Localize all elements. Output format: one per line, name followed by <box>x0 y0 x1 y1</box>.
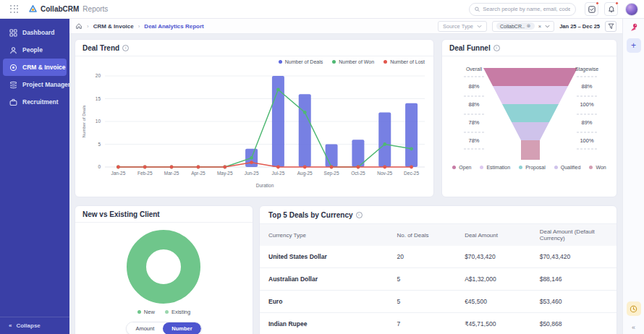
utility-rail: + « <box>622 19 644 334</box>
svg-text:Stagewise: Stagewise <box>575 67 598 72</box>
sidebar-collapse-button[interactable]: « Collapse <box>0 317 69 334</box>
svg-text:0: 0 <box>98 164 101 169</box>
toggle-number[interactable]: Number <box>163 322 200 334</box>
company-chip[interactable]: CollabCR.. ⊗ <box>496 22 535 30</box>
currency-table-body: United States Dollar20$70,43,420$70,43,4… <box>260 246 617 334</box>
info-icon[interactable]: i <box>356 212 363 218</box>
app-root: CollabCRM Reports <box>0 0 644 334</box>
table-cell: $70,43,420 <box>456 246 531 268</box>
breadcrumb-section[interactable]: CRM & Invoice <box>93 23 134 30</box>
rail-collapse-icon[interactable]: « <box>632 321 635 331</box>
legend-item[interactable]: Qualified <box>554 165 581 170</box>
trend-point <box>276 166 280 169</box>
svg-text:Feb-25: Feb-25 <box>137 171 153 176</box>
trend-bar <box>405 103 418 167</box>
table-cell: Australian Dollar <box>260 268 388 291</box>
sidebar-item-dashboard[interactable]: Dashboard <box>3 24 67 41</box>
legend-item[interactable]: Existing <box>165 309 190 315</box>
svg-text:88%: 88% <box>581 83 592 90</box>
sidebar-item-crm-invoice[interactable]: CRM & Invoice <box>3 59 67 76</box>
svg-text:20: 20 <box>96 73 101 78</box>
search-icon <box>475 7 480 12</box>
clear-filter-icon[interactable]: × <box>538 23 541 30</box>
user-avatar[interactable] <box>625 3 638 16</box>
deal-funnel-card: Deal Funnel i OverallStagewise88%88%88%1… <box>441 39 617 197</box>
home-icon[interactable] <box>75 22 82 30</box>
filter-funnel-icon <box>608 23 614 30</box>
sidebar-item-label: Recruitment <box>22 98 59 106</box>
sidebar-item-project-management[interactable]: Project Management <box>3 76 67 93</box>
svg-text:Aug-25: Aug-25 <box>297 171 313 176</box>
amount-number-toggle: Amount Number <box>126 322 201 334</box>
table-cell: $50,868 <box>531 313 617 334</box>
trend-point <box>143 166 147 169</box>
app-launcher-icon[interactable] <box>10 5 19 14</box>
search-input[interactable] <box>483 6 570 12</box>
table-column-header: Deal Amount (Default Currency) <box>531 224 617 246</box>
history-button[interactable] <box>627 301 641 316</box>
trend-point <box>410 166 413 169</box>
funnel-stage <box>512 122 549 140</box>
trend-point <box>303 111 307 114</box>
legend-item[interactable]: Proposal <box>519 165 546 170</box>
legend-item[interactable]: Number of Deals <box>279 59 323 64</box>
trend-point <box>383 142 386 146</box>
legend-item[interactable]: Estimation <box>480 165 510 170</box>
trend-point <box>116 166 120 169</box>
table-cell: A$1,32,000 <box>456 268 531 291</box>
svg-text:100%: 100% <box>580 101 594 108</box>
notifications-button[interactable] <box>604 2 618 16</box>
legend-dot-icon <box>589 166 593 169</box>
table-cell: €45,500 <box>456 291 531 313</box>
table-column-header: Deal Amount <box>456 224 531 246</box>
trend-point <box>223 166 226 169</box>
info-icon[interactable]: i <box>493 45 500 51</box>
brand-logo[interactable]: CollabCRM Reports <box>29 5 108 13</box>
company-filter-select[interactable]: CollabCR.. ⊗ × <box>492 21 554 32</box>
sidebar-item-recruitment[interactable]: Recruitment <box>3 93 67 111</box>
legend-dot-icon <box>279 60 282 64</box>
breadcrumb-page: Deal Analytics Report <box>144 23 203 30</box>
client-donut-chart <box>75 226 253 307</box>
svg-text:Dec-25: Dec-25 <box>404 171 419 176</box>
toggle-amount[interactable]: Amount <box>127 322 163 334</box>
collapse-label: Collapse <box>16 322 40 329</box>
currency-table: Currency TypeNo. of DealsDeal AmountDeal… <box>260 224 617 334</box>
company-chip-label: CollabCR.. <box>500 24 525 29</box>
filter-button[interactable] <box>605 21 617 32</box>
table-column-header: Currency Type <box>260 224 388 246</box>
svg-text:Nov-25: Nov-25 <box>377 171 392 176</box>
sidebar-item-label: People <box>22 46 43 53</box>
sidebar-item-people[interactable]: People <box>3 41 67 59</box>
trend-point <box>383 166 386 169</box>
legend-item[interactable]: Number of Lost <box>384 59 425 64</box>
info-icon[interactable]: i <box>122 45 129 51</box>
legend-item[interactable]: Number of Won <box>332 59 374 64</box>
chip-remove-icon[interactable]: ⊗ <box>527 23 531 29</box>
table-row: Australian Dollar5A$1,32,000$88,146 <box>260 268 617 291</box>
legend-item[interactable]: New <box>137 309 155 315</box>
legend-dot-icon <box>480 166 483 169</box>
announcement-icon[interactable] <box>629 22 639 33</box>
trend-point <box>303 166 307 169</box>
date-range-picker[interactable]: Jan 25 – Dec 25 <box>559 23 600 30</box>
table-column-header: No. of Deals <box>388 224 456 246</box>
deal-trend-card: Deal Trend i Number of DealsNumber of Wo… <box>75 39 434 197</box>
legend-item[interactable]: Open <box>452 165 471 170</box>
legend-dot-icon <box>137 310 141 314</box>
table-cell: $70,43,420 <box>531 246 617 268</box>
sidebar-item-label: Dashboard <box>22 29 54 36</box>
table-cell: 5 <box>388 291 456 313</box>
add-widget-button[interactable]: + <box>627 38 641 53</box>
svg-text:88%: 88% <box>468 101 479 108</box>
product-name: Reports <box>82 5 108 13</box>
trend-point <box>250 160 253 164</box>
source-type-select[interactable]: Source Type <box>438 21 487 32</box>
legend-dot-icon <box>165 310 169 314</box>
chevron-down-icon <box>477 25 482 28</box>
table-cell: Indian Rupee <box>260 313 388 334</box>
legend-item[interactable]: Won <box>589 165 606 170</box>
tasks-button[interactable] <box>585 2 598 16</box>
svg-text:Jun-25: Jun-25 <box>245 171 259 176</box>
funnel-stage <box>521 140 540 160</box>
